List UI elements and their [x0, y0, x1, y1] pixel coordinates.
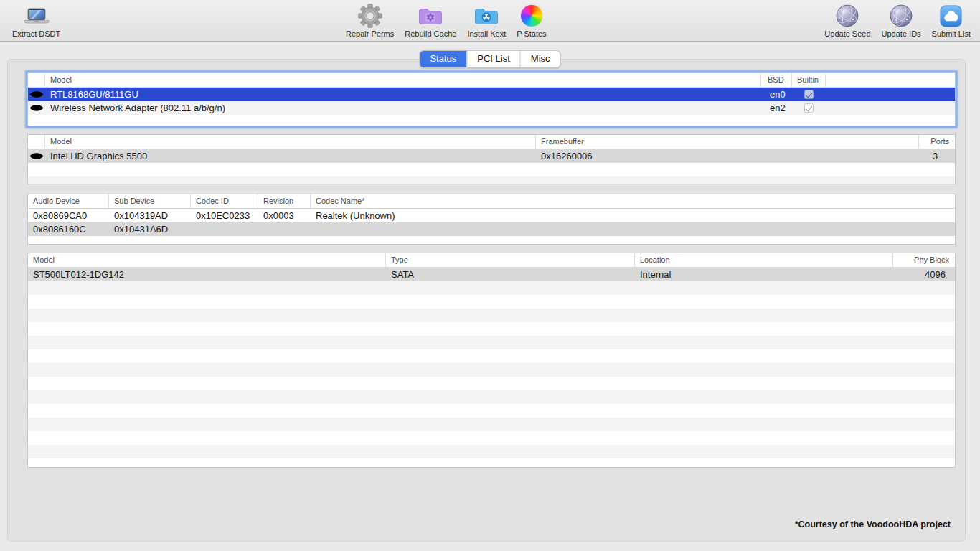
- network-table-header: Model BSD Builtin: [28, 73, 955, 88]
- cell-codec-name: Realtek (Unknown): [311, 209, 955, 222]
- column-header-framebuffer[interactable]: Framebuffer: [536, 135, 919, 149]
- network-table: Model BSD Builtin RTL8168GU/8111GU en0 W…: [27, 72, 956, 126]
- laptop-icon: [23, 3, 50, 29]
- eye-icon[interactable]: [28, 88, 45, 101]
- table-row[interactable]: RTL8168GU/8111GU en0: [28, 88, 955, 101]
- cell-codec-name: [311, 222, 955, 236]
- globe-network-icon: [836, 3, 859, 29]
- column-header-audio-device[interactable]: Audio Device: [28, 194, 109, 208]
- cell-audio-device: 0x80869CA0: [28, 209, 109, 222]
- cell-revision: [258, 222, 311, 236]
- column-header-sub-device[interactable]: Sub Device: [109, 194, 191, 208]
- toolbar-item-label: Update IDs: [882, 29, 921, 38]
- app-window: Extract DSDT: [0, 0, 980, 551]
- table-row[interactable]: Wireless Network Adapter (802.11 a/b/g/n…: [28, 101, 955, 115]
- submit-list-button[interactable]: Submit List: [930, 2, 973, 38]
- toolbar-group-center: Repair Perms: [344, 2, 549, 38]
- column-header-model[interactable]: Model: [45, 73, 761, 87]
- toolbar-group-left: Extract DSDT: [10, 2, 62, 38]
- column-header-type[interactable]: Type: [386, 253, 635, 267]
- eye-column-header[interactable]: [28, 135, 45, 148]
- column-header-codec-name[interactable]: Codec Name*: [311, 194, 955, 208]
- purple-folder-gear-icon: [418, 3, 443, 29]
- column-header-ports[interactable]: Ports: [919, 135, 955, 149]
- color-wheel-icon: [521, 3, 542, 29]
- toolbar-item-label: Install Kext: [467, 29, 506, 38]
- table-row[interactable]: 0x80869CA0 0x104319AD 0x10EC0233 0x0003 …: [28, 209, 955, 222]
- column-header-phy-block[interactable]: Phy Block: [893, 253, 955, 267]
- eye-icon[interactable]: [28, 149, 45, 163]
- update-ids-button[interactable]: Update IDs: [880, 2, 923, 38]
- column-header-revision[interactable]: Revision: [258, 194, 311, 208]
- cell-bsd: en0: [761, 88, 792, 101]
- eye-icon[interactable]: [28, 101, 45, 115]
- toolbar-item-label: Submit List: [932, 29, 971, 38]
- cell-model: Intel HD Graphics 5500: [45, 149, 536, 163]
- toolbar: Extract DSDT: [0, 0, 980, 42]
- graphics-table-header: Model Framebuffer Ports: [28, 135, 955, 149]
- tab-status[interactable]: Status: [420, 51, 466, 67]
- cloud-upload-icon: [940, 3, 962, 29]
- cell-audio-device: 0x8086160C: [28, 222, 109, 236]
- column-header-empty: [826, 73, 955, 87]
- column-header-codec-id[interactable]: Codec ID: [191, 194, 258, 208]
- rebuild-cache-button[interactable]: Rebuild Cache: [402, 2, 458, 38]
- tab-misc[interactable]: Misc: [520, 51, 560, 67]
- column-header-bsd[interactable]: BSD: [761, 73, 792, 87]
- voodoohda-footnote: *Courtesy of the VoodooHDA project: [795, 519, 951, 529]
- cell-model: ST500LT012-1DG142: [28, 268, 386, 281]
- cell-model: Wireless Network Adapter (802.11 a/b/g/n…: [45, 101, 761, 115]
- disk-table-header: Model Type Location Phy Block: [28, 253, 955, 268]
- table-row[interactable]: 0x8086160C 0x10431A6D: [28, 222, 955, 236]
- cell-codec-id: 0x10EC0233: [191, 209, 258, 222]
- cell-phy-block: 4096: [893, 268, 955, 281]
- table-row[interactable]: ST500LT012-1DG142 SATA Internal 4096: [28, 268, 955, 281]
- p-states-button[interactable]: P States: [514, 2, 548, 38]
- tab-bar: Status PCI List Misc: [419, 50, 560, 68]
- toolbar-item-label: Update Seed: [824, 29, 870, 38]
- audio-table-header: Audio Device Sub Device Codec ID Revisio…: [28, 194, 955, 209]
- install-kext-button[interactable]: Install Kext: [465, 2, 508, 38]
- toolbar-item-label: Extract DSDT: [12, 29, 60, 38]
- gear-icon: [358, 3, 382, 29]
- column-header-builtin[interactable]: Builtin: [792, 73, 826, 87]
- column-header-model[interactable]: Model: [28, 253, 386, 267]
- cell-sub-device: 0x104319AD: [109, 209, 191, 222]
- repair-perms-button[interactable]: Repair Perms: [344, 2, 396, 38]
- cell-sub-device: 0x10431A6D: [109, 222, 191, 236]
- cell-ports: 3: [919, 149, 955, 163]
- audio-table: Audio Device Sub Device Codec ID Revisio…: [27, 194, 956, 245]
- cell-location: Internal: [635, 268, 893, 281]
- cell-type: SATA: [386, 268, 635, 281]
- eye-column-header[interactable]: [28, 73, 45, 86]
- graphics-table: Model Framebuffer Ports Intel HD Graphic…: [27, 134, 956, 184]
- tab-pci-list[interactable]: PCI List: [466, 51, 520, 67]
- cell-framebuffer: 0x16260006: [536, 149, 919, 163]
- extract-dsdt-button[interactable]: Extract DSDT: [10, 2, 62, 38]
- cell-codec-id: [191, 222, 258, 236]
- update-seed-button[interactable]: Update Seed: [822, 2, 872, 38]
- toolbar-group-right: Update Seed Update IDs: [822, 2, 973, 38]
- blue-folder-fan-icon: [474, 3, 499, 29]
- column-header-model[interactable]: Model: [45, 135, 536, 149]
- column-header-location[interactable]: Location: [635, 253, 893, 267]
- toolbar-item-label: P States: [517, 29, 546, 38]
- toolbar-item-label: Rebuild Cache: [405, 29, 456, 38]
- builtin-checkbox[interactable]: [792, 101, 826, 115]
- cell-bsd: en2: [761, 101, 792, 115]
- cell-revision: 0x0003: [258, 209, 311, 222]
- cell-model: RTL8168GU/8111GU: [45, 88, 761, 101]
- toolbar-item-label: Repair Perms: [346, 29, 394, 38]
- table-row[interactable]: Intel HD Graphics 5500 0x16260006 3: [28, 149, 955, 163]
- globe-network-icon: [890, 3, 913, 29]
- builtin-checkbox[interactable]: [792, 88, 826, 101]
- disk-table: Model Type Location Phy Block ST500LT012…: [27, 253, 956, 468]
